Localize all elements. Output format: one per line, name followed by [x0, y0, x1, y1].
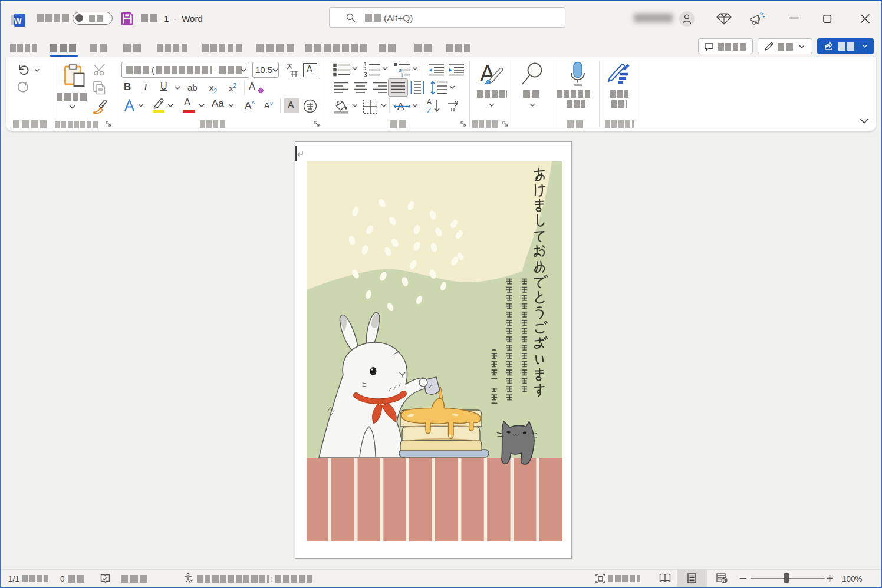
svg-text:Z: Z	[427, 107, 431, 115]
svg-text:A: A	[427, 98, 432, 106]
svg-text:i: i	[401, 72, 403, 78]
svg-text:W: W	[14, 16, 22, 25]
